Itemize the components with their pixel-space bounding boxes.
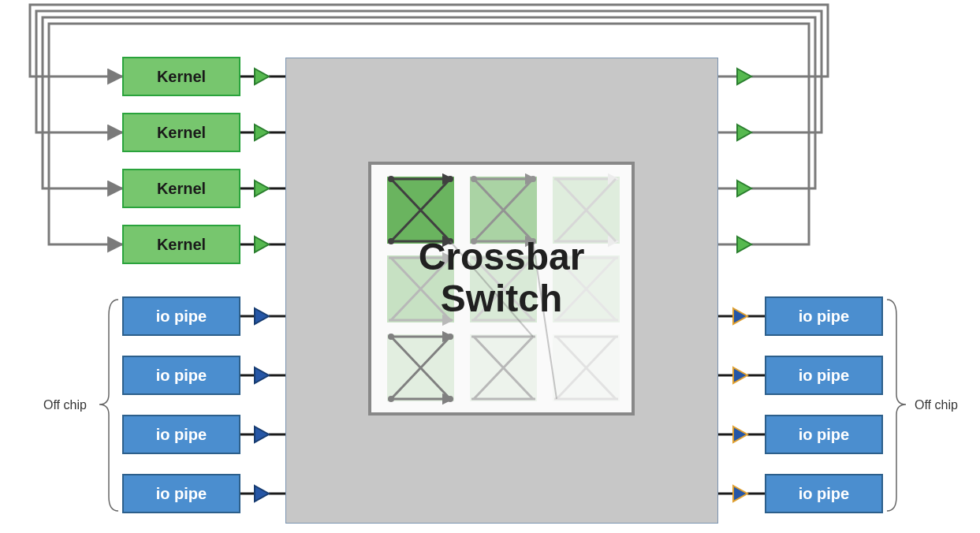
svg-marker-31	[737, 237, 751, 252]
kernel-label: Kernel	[157, 236, 206, 254]
kernel-label: Kernel	[157, 124, 206, 142]
io-pipe-out-3: io pipe	[765, 415, 883, 454]
svg-marker-36	[733, 308, 747, 324]
svg-point-83	[388, 334, 394, 340]
kernel-block-2: Kernel	[122, 113, 240, 152]
io-pipe-label: io pipe	[156, 485, 207, 503]
svg-marker-37	[733, 367, 747, 383]
svg-point-45	[388, 176, 394, 182]
io-pipe-in-1: io pipe	[122, 296, 240, 336]
svg-marker-28	[737, 69, 751, 84]
svg-marker-35	[255, 486, 269, 501]
kernel-block-1: Kernel	[122, 57, 240, 96]
svg-marker-30	[737, 181, 751, 196]
io-pipe-out-4: io pipe	[765, 474, 883, 513]
svg-point-54	[471, 176, 477, 182]
io-pipe-label: io pipe	[156, 367, 207, 385]
off-chip-label-left: Off chip	[43, 398, 87, 412]
io-pipe-label: io pipe	[799, 367, 849, 385]
svg-marker-29	[737, 125, 751, 140]
crossbar-line1: Crossbar	[419, 236, 585, 278]
kernel-label: Kernel	[157, 180, 206, 198]
svg-marker-33	[255, 367, 269, 383]
svg-marker-39	[733, 486, 747, 501]
svg-marker-25	[255, 125, 269, 140]
io-pipe-label: io pipe	[799, 308, 849, 326]
io-pipe-label: io pipe	[156, 426, 207, 444]
svg-point-85	[388, 396, 394, 402]
io-pipe-label: io pipe	[799, 485, 849, 503]
svg-point-46	[447, 176, 453, 182]
diagram-canvas: Crossbar Switch Kernel Kernel Kernel Ker…	[0, 0, 980, 533]
svg-marker-27	[255, 237, 269, 252]
svg-marker-38	[733, 427, 747, 442]
svg-point-84	[447, 334, 453, 340]
io-pipe-label: io pipe	[156, 308, 207, 326]
io-pipe-out-1: io pipe	[765, 296, 883, 336]
crossbar-line2: Switch	[441, 278, 563, 319]
svg-marker-34	[255, 427, 269, 442]
off-chip-label-right: Off chip	[915, 398, 958, 412]
svg-marker-26	[255, 181, 269, 196]
io-pipe-out-2: io pipe	[765, 356, 883, 395]
io-pipe-in-2: io pipe	[122, 356, 240, 395]
kernel-block-3: Kernel	[122, 169, 240, 208]
svg-marker-24	[255, 69, 269, 84]
io-pipe-in-4: io pipe	[122, 474, 240, 513]
kernel-block-4: Kernel	[122, 225, 240, 264]
svg-marker-32	[255, 308, 269, 324]
io-pipe-in-3: io pipe	[122, 415, 240, 454]
kernel-label: Kernel	[157, 68, 206, 86]
io-pipe-label: io pipe	[799, 426, 849, 444]
crossbar-switch-label: Crossbar Switch	[368, 237, 635, 320]
svg-point-86	[447, 396, 453, 402]
svg-point-55	[530, 176, 536, 182]
